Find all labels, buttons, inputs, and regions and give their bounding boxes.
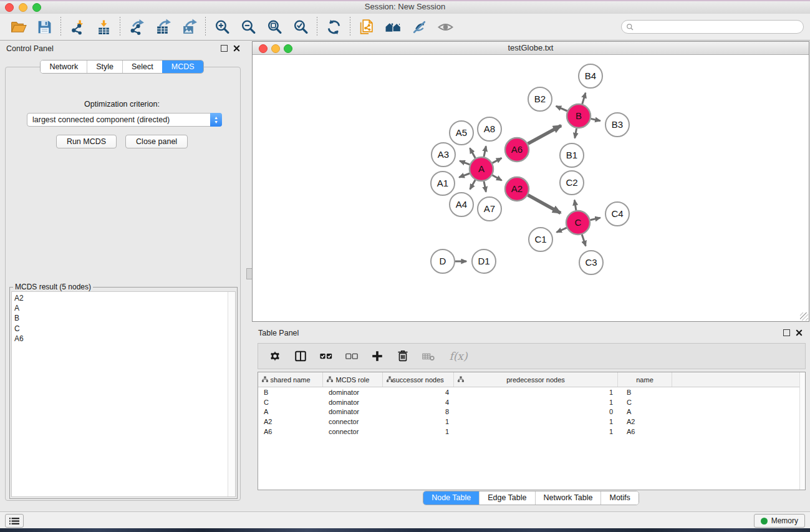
table-row[interactable]: Adominator80A xyxy=(258,407,805,417)
deselect-all-icon[interactable] xyxy=(344,348,360,364)
graph-node-B3[interactable]: B3 xyxy=(605,113,629,137)
graph-node-B2[interactable]: B2 xyxy=(528,87,552,111)
edge-A-A1[interactable] xyxy=(459,173,470,177)
cell-predecessor-nodes[interactable]: 1 xyxy=(454,427,618,437)
graph-node-B[interactable]: B xyxy=(567,104,591,128)
table-row[interactable]: Cdominator41C xyxy=(258,397,805,407)
cell-successor-nodes[interactable]: 4 xyxy=(383,397,454,407)
graph-node-C[interactable]: C xyxy=(566,211,590,235)
cell-name[interactable]: B xyxy=(618,387,672,397)
close-panel-button[interactable]: Close panel xyxy=(125,135,188,148)
result-item[interactable]: C xyxy=(14,324,235,334)
table-scrollbar[interactable] xyxy=(799,372,805,490)
zoom-in-icon[interactable] xyxy=(209,17,235,37)
delete-column-icon[interactable] xyxy=(395,348,411,364)
edge-C-C3[interactable] xyxy=(582,235,586,246)
cell-MCDS-role[interactable]: dominator xyxy=(323,407,383,417)
table-row[interactable]: Bdominator41B xyxy=(258,387,805,397)
tab-network-table[interactable]: Network Table xyxy=(535,491,601,505)
cell-successor-nodes[interactable]: 8 xyxy=(383,407,454,417)
result-item[interactable]: B xyxy=(14,313,235,323)
edge-A-A5[interactable] xyxy=(470,148,476,158)
task-history-button[interactable] xyxy=(5,514,24,528)
cell-shared-name[interactable]: C xyxy=(258,397,323,407)
edge-C-C2[interactable] xyxy=(574,200,576,211)
result-item[interactable]: A xyxy=(14,303,235,313)
cell-name[interactable]: A2 xyxy=(618,417,672,427)
cell-predecessor-nodes[interactable]: 1 xyxy=(454,397,618,407)
cell-shared-name[interactable]: A2 xyxy=(258,417,323,427)
edge-A-A4[interactable] xyxy=(470,180,476,189)
column-layout-icon[interactable] xyxy=(292,348,309,364)
close-panel-icon[interactable] xyxy=(233,45,240,52)
cell-MCDS-role[interactable]: connector xyxy=(323,427,383,437)
tab-motifs[interactable]: Motifs xyxy=(600,491,638,505)
memory-button[interactable]: Memory xyxy=(754,514,805,528)
zoom-selected-icon[interactable] xyxy=(287,17,314,37)
graph-node-A8[interactable]: A8 xyxy=(478,117,501,141)
export-table-icon[interactable] xyxy=(150,17,176,37)
hide-details-icon[interactable] xyxy=(406,17,432,37)
cell-MCDS-role[interactable]: dominator xyxy=(323,397,383,407)
edge-C-C1[interactable] xyxy=(557,228,567,232)
tab-edge-table[interactable]: Edge Table xyxy=(479,491,534,505)
edge-A6-B[interactable] xyxy=(528,125,561,143)
search-input[interactable] xyxy=(634,21,803,33)
graph-node-B1[interactable]: B1 xyxy=(560,143,584,167)
graph-node-A1[interactable]: A1 xyxy=(431,172,455,195)
minimize-frame-icon[interactable] xyxy=(271,44,280,53)
network-window-titlebar[interactable]: testGlobe.txt xyxy=(253,42,809,55)
edge-B-B3[interactable] xyxy=(591,118,600,120)
network-window-controls[interactable] xyxy=(259,44,292,53)
export-image-icon[interactable] xyxy=(176,17,202,37)
graph-node-C2[interactable]: C2 xyxy=(560,171,584,195)
graph-node-D1[interactable]: D1 xyxy=(472,249,496,273)
cell-successor-nodes[interactable]: 1 xyxy=(383,427,454,437)
zoom-frame-icon[interactable] xyxy=(284,44,292,53)
run-mcds-button[interactable]: Run MCDS xyxy=(56,135,117,148)
tab-mcds[interactable]: MCDS xyxy=(162,60,203,73)
column-header-successor-nodes[interactable]: successor nodes xyxy=(383,372,454,387)
export-network-icon[interactable] xyxy=(123,17,150,37)
cell-name[interactable]: C xyxy=(618,397,672,407)
mcds-result-list[interactable]: A2ABCA6 xyxy=(11,291,236,497)
cell-MCDS-role[interactable]: dominator xyxy=(323,387,383,397)
cell-successor-nodes[interactable]: 4 xyxy=(383,387,454,397)
graph-node-A2[interactable]: A2 xyxy=(505,177,529,201)
graph-node-A6[interactable]: A6 xyxy=(505,138,529,162)
search-box[interactable] xyxy=(621,20,804,34)
select-all-icon[interactable] xyxy=(318,348,334,364)
graph-node-A3[interactable]: A3 xyxy=(432,143,455,167)
edge-B-B2[interactable] xyxy=(556,106,567,111)
gear-icon[interactable] xyxy=(267,348,283,364)
minimize-window-icon[interactable] xyxy=(19,3,27,12)
graph-node-B4[interactable]: B4 xyxy=(579,64,602,88)
cell-name[interactable]: A6 xyxy=(618,427,672,437)
graph-node-A5[interactable]: A5 xyxy=(450,121,473,145)
close-window-icon[interactable] xyxy=(5,3,14,12)
cell-predecessor-nodes[interactable]: 1 xyxy=(454,387,618,397)
graph-node-A7[interactable]: A7 xyxy=(478,197,501,221)
float-panel-icon[interactable] xyxy=(221,45,228,52)
edge-C-C4[interactable] xyxy=(591,218,600,220)
show-details-icon[interactable] xyxy=(432,17,458,37)
column-header-name[interactable]: name xyxy=(618,372,672,387)
zoom-out-icon[interactable] xyxy=(235,17,261,37)
graph-node-C4[interactable]: C4 xyxy=(605,202,629,226)
zoom-fit-icon[interactable] xyxy=(261,17,287,37)
import-table-icon[interactable] xyxy=(90,17,117,37)
result-item[interactable]: A2 xyxy=(14,293,235,303)
edge-B-B4[interactable] xyxy=(582,93,586,104)
tab-network[interactable]: Network xyxy=(41,60,87,73)
result-item[interactable]: A6 xyxy=(14,334,235,344)
column-header-shared-name[interactable]: shared name xyxy=(258,372,323,387)
column-header-predecessor-nodes[interactable]: predecessor nodes xyxy=(454,372,618,387)
edge-B-B1[interactable] xyxy=(575,128,577,138)
edge-A-A7[interactable] xyxy=(484,181,486,192)
window-controls[interactable] xyxy=(5,3,41,12)
cell-predecessor-nodes[interactable]: 1 xyxy=(454,417,618,427)
edge-A-A8[interactable] xyxy=(484,146,486,157)
graph-node-C1[interactable]: C1 xyxy=(529,228,552,251)
cell-shared-name[interactable]: A xyxy=(258,407,323,417)
result-scrollbar[interactable] xyxy=(228,292,235,496)
